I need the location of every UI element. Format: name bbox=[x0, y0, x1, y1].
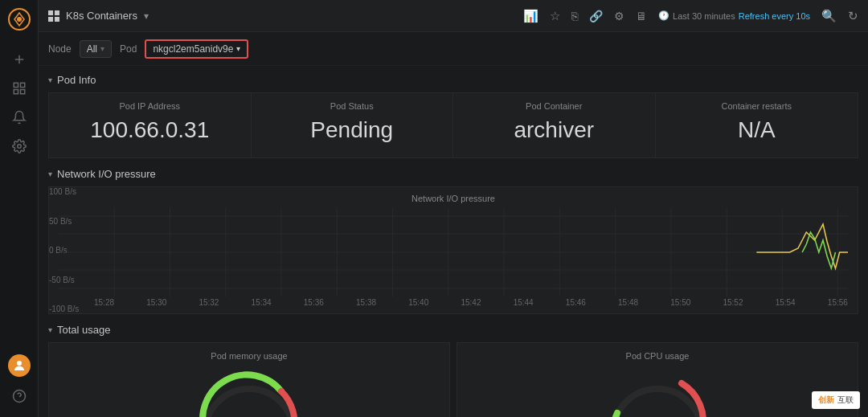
search-icon[interactable]: 🔍 bbox=[821, 9, 837, 23]
main-content: K8s Containers ▾ 📊 ☆ ⎘ 🔗 ⚙ 🖥 🕐 Last 30 m… bbox=[39, 0, 868, 417]
x-label-1534: 15:34 bbox=[252, 298, 272, 307]
container-restarts-value: N/A bbox=[669, 117, 845, 143]
memory-usage-card: Pod memory usage 0.9% bbox=[48, 342, 450, 417]
topbar-title: K8s Containers bbox=[66, 10, 137, 22]
pod-container-label: Pod Container bbox=[466, 101, 642, 111]
pod-container-card: Pod Container archiver bbox=[453, 93, 656, 157]
network-chart-svg bbox=[59, 208, 848, 296]
x-label-1548: 15:48 bbox=[618, 298, 638, 307]
total-usage-header[interactable]: ▾ Total usage bbox=[48, 324, 858, 336]
y-label-100: 100 B/s bbox=[49, 187, 81, 196]
x-label-1540: 15:40 bbox=[408, 298, 428, 307]
time-display: 🕐 Last 30 minutes Refresh every 10s bbox=[658, 10, 810, 21]
network-chart-container: Network I/O pressure 100 B/s 50 B/s 0 B/… bbox=[48, 186, 858, 314]
sidebar-item-add[interactable] bbox=[8, 48, 31, 71]
topbar-dropdown-arrow[interactable]: ▾ bbox=[144, 10, 149, 22]
memory-gauge-container: 0.9% bbox=[62, 369, 436, 417]
cpu-gauge-container: 0.05% bbox=[470, 369, 845, 417]
pod-cards-container: Pod IP Address 100.66.0.31 Pod Status Pe… bbox=[48, 92, 858, 158]
pod-ip-label: Pod IP Address bbox=[62, 101, 238, 111]
x-label-1528: 15:28 bbox=[94, 298, 114, 307]
watermark: 创新 互联 bbox=[812, 391, 860, 409]
chart-plot-area bbox=[59, 208, 848, 296]
sidebar-item-bell[interactable] bbox=[8, 106, 31, 129]
sidebar-logo[interactable] bbox=[6, 6, 32, 32]
cpu-gauge-svg bbox=[601, 369, 714, 417]
topbar-actions: 📊 ☆ ⎘ 🔗 ⚙ 🖥 🕐 Last 30 minutes Refresh ev… bbox=[523, 9, 858, 23]
network-io-title: Network I/O pressure bbox=[57, 168, 156, 180]
x-label-1554: 15:54 bbox=[776, 298, 796, 307]
memory-usage-title: Pod memory usage bbox=[62, 351, 436, 361]
cpu-usage-card: Pod CPU usage 0.05% bbox=[457, 342, 858, 417]
pod-info-section: ▾ Pod Info Pod IP Address 100.66.0.31 Po… bbox=[39, 66, 868, 158]
network-chevron-icon: ▾ bbox=[48, 170, 52, 178]
node-filter-select[interactable]: All ▾ bbox=[80, 40, 112, 58]
x-label-1532: 15:32 bbox=[199, 298, 219, 307]
network-io-section: ▾ Network I/O pressure Network I/O press… bbox=[39, 168, 868, 324]
sidebar-item-gear[interactable] bbox=[8, 135, 31, 157]
settings-icon[interactable]: ⚙ bbox=[614, 10, 624, 22]
chevron-down-icon: ▾ bbox=[48, 76, 52, 84]
svg-rect-4 bbox=[14, 83, 18, 87]
sidebar bbox=[0, 0, 39, 417]
x-label-1536: 15:36 bbox=[304, 298, 324, 307]
sidebar-item-grid[interactable] bbox=[8, 77, 31, 100]
node-filter-label: Node bbox=[48, 43, 72, 55]
pod-filter-value: nkgcl2em5anidv9e bbox=[153, 43, 233, 55]
x-label-1550: 15:50 bbox=[670, 298, 690, 307]
topbar: K8s Containers ▾ 📊 ☆ ⎘ 🔗 ⚙ 🖥 🕐 Last 30 m… bbox=[39, 0, 868, 32]
node-filter-value: All bbox=[87, 43, 97, 55]
watermark-text: 互联 bbox=[837, 395, 854, 406]
container-restarts-card: Container restarts N/A bbox=[656, 93, 858, 157]
pod-info-title: Pod Info bbox=[57, 74, 96, 86]
svg-point-8 bbox=[17, 145, 21, 149]
total-usage-section: ▾ Total usage Pod memory usage bbox=[39, 324, 868, 417]
x-label-1552: 15:52 bbox=[723, 298, 743, 307]
pod-status-value: Pending bbox=[264, 117, 440, 143]
svg-rect-7 bbox=[20, 90, 24, 94]
share-icon[interactable]: ⎘ bbox=[571, 10, 578, 22]
clock-icon: 🕐 bbox=[658, 10, 669, 21]
x-axis-labels: 15:28 15:30 15:32 15:34 15:36 15:38 15:4… bbox=[59, 298, 848, 307]
network-chart-title: Network I/O pressure bbox=[59, 194, 848, 203]
pod-container-value: archiver bbox=[466, 117, 642, 143]
x-label-1530: 15:30 bbox=[146, 298, 166, 307]
filterbar: Node All ▾ Pod nkgcl2em5anidv9e ▾ bbox=[39, 32, 868, 66]
pod-ip-value: 100.66.0.31 bbox=[62, 117, 238, 143]
x-label-1546: 15:46 bbox=[566, 298, 586, 307]
sync-icon[interactable]: ↻ bbox=[848, 9, 858, 23]
pod-dropdown-arrow: ▾ bbox=[236, 44, 240, 53]
sidebar-avatar[interactable] bbox=[8, 354, 31, 377]
network-io-header[interactable]: ▾ Network I/O pressure bbox=[48, 168, 858, 180]
star-icon[interactable]: ☆ bbox=[550, 9, 560, 23]
pod-status-label: Pod Status bbox=[264, 101, 440, 111]
usage-cards-container: Pod memory usage 0.9% bbox=[48, 342, 858, 417]
pod-filter-label: Pod bbox=[120, 43, 137, 55]
svg-point-9 bbox=[17, 361, 22, 366]
sidebar-help[interactable] bbox=[8, 385, 31, 407]
watermark-icon: 创新 bbox=[818, 395, 834, 406]
content-area: ▾ Pod Info Pod IP Address 100.66.0.31 Po… bbox=[39, 66, 868, 417]
y-label-neg100: -100 B/s bbox=[49, 305, 81, 313]
cpu-usage-title: Pod CPU usage bbox=[470, 351, 845, 361]
pod-info-header[interactable]: ▾ Pod Info bbox=[48, 74, 858, 86]
node-dropdown-arrow: ▾ bbox=[100, 44, 104, 53]
pod-status-card: Pod Status Pending bbox=[252, 93, 454, 157]
usage-chevron-icon: ▾ bbox=[48, 325, 52, 334]
x-label-1556: 15:56 bbox=[828, 298, 848, 307]
topbar-app-icon bbox=[48, 10, 59, 22]
container-restarts-label: Container restarts bbox=[669, 101, 845, 111]
time-label: Last 30 minutes bbox=[673, 11, 735, 21]
x-label-1542: 15:42 bbox=[461, 298, 481, 307]
link-icon[interactable]: 🔗 bbox=[589, 10, 603, 22]
chart-icon[interactable]: 📊 bbox=[523, 9, 538, 23]
total-usage-title: Total usage bbox=[57, 324, 111, 336]
x-label-1544: 15:44 bbox=[514, 298, 534, 307]
pod-filter-select[interactable]: nkgcl2em5anidv9e ▾ bbox=[145, 39, 248, 59]
svg-rect-5 bbox=[20, 83, 24, 87]
x-label-1538: 15:38 bbox=[356, 298, 376, 307]
monitor-icon[interactable]: 🖥 bbox=[636, 10, 647, 22]
pod-ip-card: Pod IP Address 100.66.0.31 bbox=[49, 93, 252, 157]
refresh-label: Refresh every 10s bbox=[739, 11, 810, 21]
svg-rect-6 bbox=[14, 90, 18, 94]
